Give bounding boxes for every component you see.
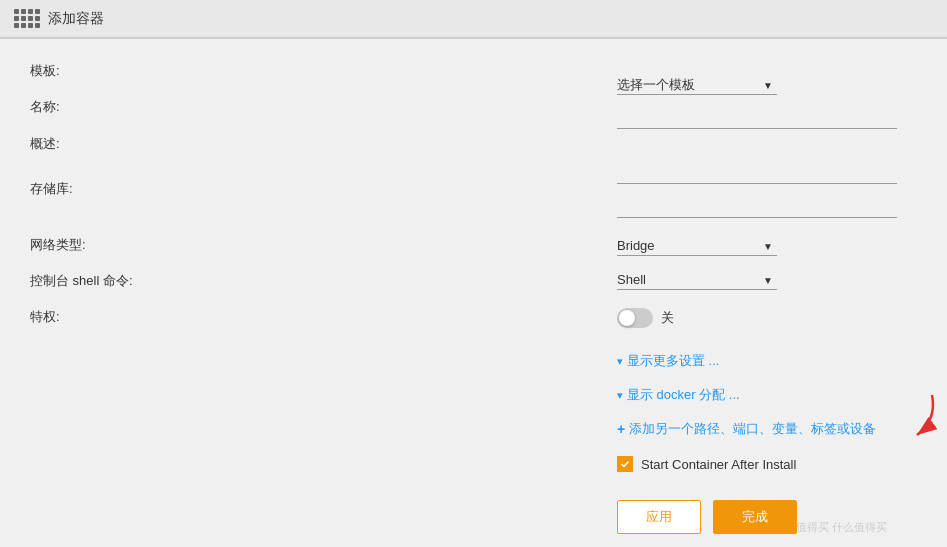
shell-row: Shell bash sh zsh ▼: [617, 270, 917, 290]
network-row: Bridge Host None ▼: [617, 236, 917, 256]
more-settings-row: ▾ 显示更多设置 ...: [617, 352, 917, 370]
more-settings-link[interactable]: 显示更多设置 ...: [627, 352, 719, 370]
toggle-knob: [619, 310, 635, 326]
window: 添加容器 模板: 名称: 概述: 存储库: 网络类型: 控制台 shell 命令…: [0, 0, 947, 547]
start-container-checkbox[interactable]: [617, 456, 633, 472]
docker-dist-link[interactable]: 显示 docker 分配 ...: [627, 386, 740, 404]
apply-button[interactable]: 应用: [617, 500, 701, 534]
spacer: [133, 53, 587, 547]
name-input[interactable]: [617, 109, 897, 129]
storage-row: [617, 198, 917, 218]
template-select-wrapper: 选择一个模板 ubuntu nginx redis ▼: [617, 75, 777, 95]
description-row: [617, 143, 917, 184]
start-container-label: Start Container After Install: [641, 457, 796, 472]
add-path-link[interactable]: 添加另一个路径、端口、变量、标签或设备: [629, 420, 876, 438]
add-path-plus-icon: +: [617, 421, 625, 437]
page-title: 添加容器: [48, 10, 104, 28]
description-input[interactable]: [617, 149, 897, 184]
shell-label: 控制台 shell 命令:: [30, 263, 133, 299]
watermark: 值得买 什么值得买: [796, 520, 887, 535]
privilege-row: 关: [617, 304, 917, 332]
storage-label: 存储库:: [30, 171, 133, 207]
grid-icon: [14, 9, 40, 28]
template-row: 选择一个模板 ubuntu nginx redis ▼: [617, 75, 917, 95]
privilege-toggle[interactable]: [617, 308, 653, 328]
privilege-label: 特权:: [30, 299, 133, 335]
privilege-toggle-wrapper: 关: [617, 308, 674, 328]
docker-dist-row: ▾ 显示 docker 分配 ...: [617, 386, 917, 404]
content-area: 模板: 名称: 概述: 存储库: 网络类型: 控制台 shell 命令: 特权:…: [0, 53, 947, 547]
name-label: 名称:: [30, 89, 133, 125]
more-settings-chevron-icon: ▾: [617, 355, 623, 368]
network-select-wrapper: Bridge Host None ▼: [617, 236, 777, 256]
done-button[interactable]: 完成: [713, 500, 797, 534]
shell-select[interactable]: Shell bash sh zsh: [617, 270, 777, 290]
checkmark-icon: [620, 459, 630, 469]
template-select[interactable]: 选择一个模板 ubuntu nginx redis: [617, 75, 777, 95]
left-labels: 模板: 名称: 概述: 存储库: 网络类型: 控制台 shell 命令: 特权:: [0, 53, 133, 547]
start-container-row: Start Container After Install: [617, 456, 917, 472]
right-inputs: 选择一个模板 ubuntu nginx redis ▼: [587, 53, 947, 547]
network-label: 网络类型:: [30, 227, 133, 263]
description-label: 概述:: [30, 125, 133, 171]
docker-dist-chevron-icon: ▾: [617, 389, 623, 402]
name-row: [617, 109, 917, 129]
toggle-off-label: 关: [661, 309, 674, 327]
add-path-row: + 添加另一个路径、端口、变量、标签或设备: [617, 420, 917, 438]
shell-select-wrapper: Shell bash sh zsh ▼: [617, 270, 777, 290]
title-bar: 添加容器: [0, 0, 947, 38]
network-select[interactable]: Bridge Host None: [617, 236, 777, 256]
template-label: 模板:: [30, 53, 133, 89]
storage-input[interactable]: [617, 198, 897, 218]
arrow-decoration: [877, 390, 947, 445]
